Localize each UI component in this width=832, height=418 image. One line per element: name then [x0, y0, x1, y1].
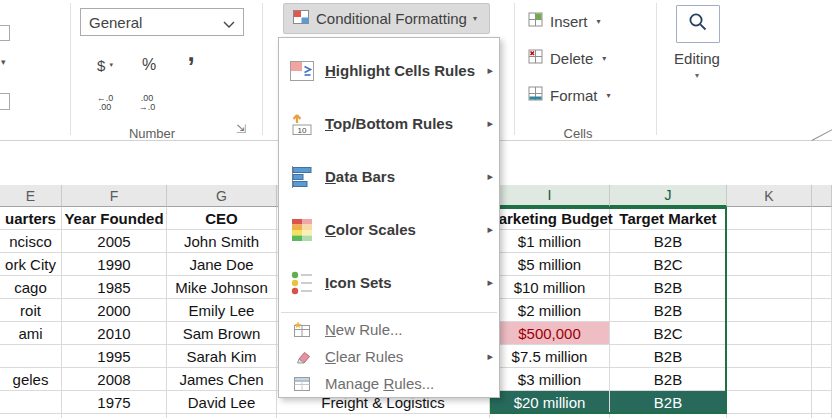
sheet-cell[interactable]: B2B [610, 299, 727, 322]
sheet-cell[interactable] [727, 276, 812, 299]
sheet-cell[interactable] [812, 299, 832, 322]
sheet-cell[interactable] [812, 368, 832, 391]
sheet-cell-dark-fill[interactable]: B2B [610, 391, 727, 414]
sheet-cell[interactable]: ncisco [0, 230, 62, 253]
sheet-cell-dark-fill[interactable]: $20 million [490, 391, 610, 414]
menu-item-icon-sets[interactable]: Icon Sets ▸ [279, 256, 499, 309]
sheet-cell[interactable] [812, 414, 832, 418]
sheet-cell-highlighted-red[interactable]: $500,000 [490, 322, 610, 345]
menu-item-color-scales[interactable]: Color Scales ▸ [279, 203, 499, 256]
sheet-cell[interactable] [727, 391, 812, 414]
sheet-cell[interactable] [610, 414, 727, 418]
column-header-partial[interactable] [812, 185, 832, 207]
sheet-cell[interactable]: ork City [0, 253, 62, 276]
column-header-E[interactable]: E [0, 185, 62, 207]
sheet-cell[interactable] [727, 368, 812, 391]
sheet-cell[interactable]: 2008 [62, 368, 167, 391]
sheet-cell[interactable]: Jane Doe [167, 253, 277, 276]
sheet-cell[interactable] [0, 414, 62, 418]
sheet-cell[interactable]: uarters [0, 207, 62, 230]
sheet-cell[interactable]: James Chen [167, 368, 277, 391]
sheet-cell[interactable]: $3 million [490, 368, 610, 391]
sheet-cell[interactable]: 2010 [62, 322, 167, 345]
sheet-cell[interactable]: 1975 [62, 391, 167, 414]
sheet-cell[interactable]: Sam Brown [167, 322, 277, 345]
sheet-cell[interactable]: 2000 [62, 299, 167, 322]
sheet-cell[interactable] [727, 322, 812, 345]
sheet-cell[interactable]: B2B [610, 276, 727, 299]
sheet-cell[interactable]: geles [0, 368, 62, 391]
sheet-cell[interactable] [490, 414, 610, 418]
sheet-cell[interactable] [727, 345, 812, 368]
sheet-cell[interactable] [812, 230, 832, 253]
column-header-K[interactable]: K [727, 185, 812, 207]
sheet-cell[interactable]: B2B [610, 368, 727, 391]
sheet-cell[interactable] [0, 391, 62, 414]
sheet-cell[interactable]: David Lee [167, 391, 277, 414]
sheet-cell[interactable] [62, 414, 167, 418]
sheet-cell[interactable]: $5 million [490, 253, 610, 276]
sheet-cell[interactable] [812, 207, 832, 230]
format-button[interactable]: Format ▾ [528, 82, 644, 108]
sheet-cell[interactable]: Year Founded [62, 207, 167, 230]
dropdown-arrow-icon[interactable]: ▾ [666, 71, 728, 80]
sheet-cell[interactable] [812, 276, 832, 299]
sheet-cell[interactable] [727, 207, 812, 230]
sheet-cell[interactable]: 2005 [62, 230, 167, 253]
sheet-cell[interactable]: B2C [610, 322, 727, 345]
sheet-cell[interactable] [812, 391, 832, 414]
column-header-F[interactable]: F [62, 185, 167, 207]
sheet-cell[interactable]: Emily Lee [167, 299, 277, 322]
column-header-J[interactable]: J [610, 185, 727, 207]
sheet-cell[interactable] [727, 253, 812, 276]
percent-style-button[interactable]: % [134, 50, 164, 80]
menu-item-new-rule[interactable]: New Rule... [279, 316, 499, 343]
sheet-cell[interactable] [812, 253, 832, 276]
sheet-cell[interactable] [167, 414, 277, 418]
sheet-cell[interactable] [0, 345, 62, 368]
menu-item-manage-rules[interactable]: Manage Rules... [279, 370, 499, 397]
menu-item-data-bars[interactable]: Data Bars ▸ [279, 150, 499, 203]
sheet-cell[interactable] [812, 345, 832, 368]
sheet-cell[interactable]: Marketing Budget [490, 207, 610, 230]
sheet-cell[interactable]: ami [0, 322, 62, 345]
sheet-cell[interactable]: 1990 [62, 253, 167, 276]
editing-group-button[interactable] [676, 5, 720, 43]
insert-button[interactable]: Insert ▾ [528, 8, 644, 34]
sheet-cell[interactable]: cago [0, 276, 62, 299]
sheet-cell[interactable] [277, 414, 490, 418]
sheet-cell[interactable]: $1 million [490, 230, 610, 253]
increase-decimal-button[interactable]: ←.0 .00 [86, 89, 124, 117]
sheet-cell[interactable]: Mike Johnson [167, 276, 277, 299]
sheet-cell[interactable]: B2B [610, 345, 727, 368]
sheet-cell[interactable] [727, 230, 812, 253]
menu-item-clear-rules[interactable]: Clear Rules ▸ [279, 343, 499, 370]
sheet-cell[interactable]: CEO [167, 207, 277, 230]
sheet-cell[interactable]: John Smith [167, 230, 277, 253]
decrease-decimal-button[interactable]: .00 →.0 [128, 89, 166, 117]
sheet-cell[interactable]: B2C [610, 253, 727, 276]
menu-item-top-bottom-rules[interactable]: 10 Top/Bottom Rules ▸ [279, 97, 499, 150]
column-header-I[interactable]: I [490, 185, 610, 207]
conditional-formatting-button[interactable]: Conditional Formatting ▾ [283, 3, 490, 34]
column-header-G[interactable]: G [167, 185, 277, 207]
number-dialog-launcher-icon[interactable]: ⇲ [236, 122, 246, 136]
sheet-cell[interactable] [727, 299, 812, 322]
menu-item-highlight-cells-rules[interactable]: Highlight Cells Rules ▸ [279, 44, 499, 97]
sheet-cell[interactable]: 1985 [62, 276, 167, 299]
sheet-cell[interactable]: $2 million [490, 299, 610, 322]
menu-item-label: New Rule... [325, 321, 483, 338]
sheet-cell[interactable]: Target Market [610, 207, 727, 230]
number-format-select[interactable]: General [80, 8, 244, 36]
comma-style-button[interactable]: , [176, 44, 206, 74]
sheet-cell[interactable] [812, 322, 832, 345]
sheet-cell[interactable]: $10 million [490, 276, 610, 299]
sheet-cell[interactable] [727, 414, 812, 418]
sheet-cell[interactable]: $7.5 million [490, 345, 610, 368]
sheet-cell[interactable]: Sarah Kim [167, 345, 277, 368]
sheet-cell[interactable]: roit [0, 299, 62, 322]
accounting-format-button[interactable]: $ ▾ [84, 50, 126, 80]
sheet-cell[interactable]: B2B [610, 230, 727, 253]
delete-button[interactable]: Delete ▾ [528, 45, 644, 71]
sheet-cell[interactable]: 1995 [62, 345, 167, 368]
